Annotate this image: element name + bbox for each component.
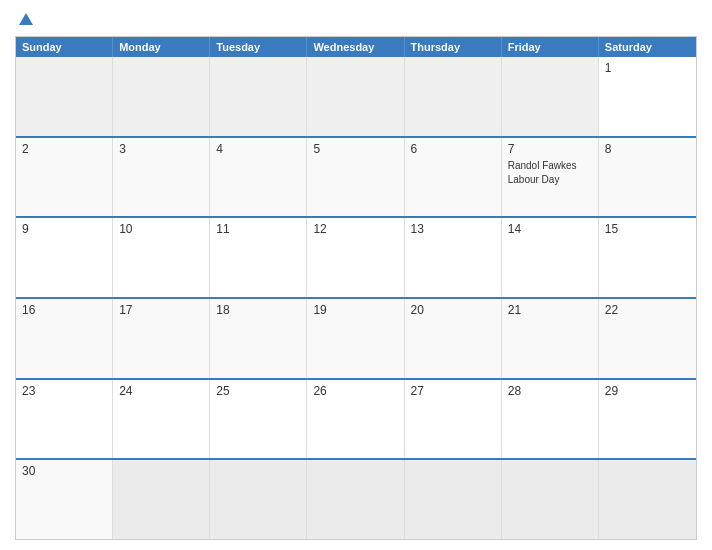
day-cell: 14 [502,218,599,297]
day-number: 5 [313,142,397,156]
day-header-friday: Friday [502,37,599,57]
day-number: 3 [119,142,203,156]
day-cell [405,57,502,136]
day-header-saturday: Saturday [599,37,696,57]
day-cell: 4 [210,138,307,217]
calendar-grid: SundayMondayTuesdayWednesdayThursdayFrid… [15,36,697,540]
day-cell: 11 [210,218,307,297]
day-number: 22 [605,303,690,317]
day-cell [307,460,404,539]
day-number: 20 [411,303,495,317]
day-cell: 10 [113,218,210,297]
day-number: 26 [313,384,397,398]
day-number: 27 [411,384,495,398]
day-number: 12 [313,222,397,236]
day-cell: 20 [405,299,502,378]
day-cell: 19 [307,299,404,378]
day-number: 18 [216,303,300,317]
weeks-container: 1234567Randol Fawkes Labour Day891011121… [16,57,696,539]
calendar-page: SundayMondayTuesdayWednesdayThursdayFrid… [0,0,712,550]
day-number: 6 [411,142,495,156]
day-cell: 3 [113,138,210,217]
day-cell: 7Randol Fawkes Labour Day [502,138,599,217]
day-cell: 15 [599,218,696,297]
day-cell: 2 [16,138,113,217]
logo [15,10,37,28]
day-number: 13 [411,222,495,236]
day-number: 8 [605,142,690,156]
day-cell [113,460,210,539]
day-cell [405,460,502,539]
calendar-header [15,10,697,28]
event-text: Randol Fawkes Labour Day [508,160,577,185]
day-header-thursday: Thursday [405,37,502,57]
day-number: 7 [508,142,592,156]
day-number: 15 [605,222,690,236]
day-cell [113,57,210,136]
day-cell [502,460,599,539]
week-row-1: 1 [16,57,696,136]
day-cell: 18 [210,299,307,378]
day-cell: 12 [307,218,404,297]
day-cell: 16 [16,299,113,378]
day-cell: 24 [113,380,210,459]
day-header-monday: Monday [113,37,210,57]
day-cell [210,57,307,136]
day-cell: 25 [210,380,307,459]
day-number: 24 [119,384,203,398]
logo-triangle-icon [19,13,33,25]
day-cell: 23 [16,380,113,459]
day-number: 23 [22,384,106,398]
day-cell: 8 [599,138,696,217]
day-number: 11 [216,222,300,236]
day-cell: 28 [502,380,599,459]
day-number: 4 [216,142,300,156]
day-number: 29 [605,384,690,398]
week-row-5: 23242526272829 [16,378,696,459]
week-row-2: 234567Randol Fawkes Labour Day8 [16,136,696,217]
day-cell: 6 [405,138,502,217]
day-number: 17 [119,303,203,317]
day-cell [599,460,696,539]
week-row-4: 16171819202122 [16,297,696,378]
day-number: 19 [313,303,397,317]
week-row-3: 9101112131415 [16,216,696,297]
day-cell: 26 [307,380,404,459]
day-cell: 27 [405,380,502,459]
day-cell [16,57,113,136]
day-header-sunday: Sunday [16,37,113,57]
day-cell: 17 [113,299,210,378]
day-cell [502,57,599,136]
day-number: 30 [22,464,106,478]
day-cell: 29 [599,380,696,459]
week-row-6: 30 [16,458,696,539]
day-cell [210,460,307,539]
day-number: 2 [22,142,106,156]
day-number: 1 [605,61,690,75]
day-cell: 22 [599,299,696,378]
day-number: 28 [508,384,592,398]
day-number: 10 [119,222,203,236]
day-header-tuesday: Tuesday [210,37,307,57]
day-cell: 21 [502,299,599,378]
day-cell [307,57,404,136]
day-cell: 9 [16,218,113,297]
day-number: 14 [508,222,592,236]
day-cell: 13 [405,218,502,297]
day-number: 21 [508,303,592,317]
day-number: 16 [22,303,106,317]
day-cell: 1 [599,57,696,136]
day-headers-row: SundayMondayTuesdayWednesdayThursdayFrid… [16,37,696,57]
day-cell: 30 [16,460,113,539]
day-number: 9 [22,222,106,236]
day-header-wednesday: Wednesday [307,37,404,57]
day-cell: 5 [307,138,404,217]
day-number: 25 [216,384,300,398]
